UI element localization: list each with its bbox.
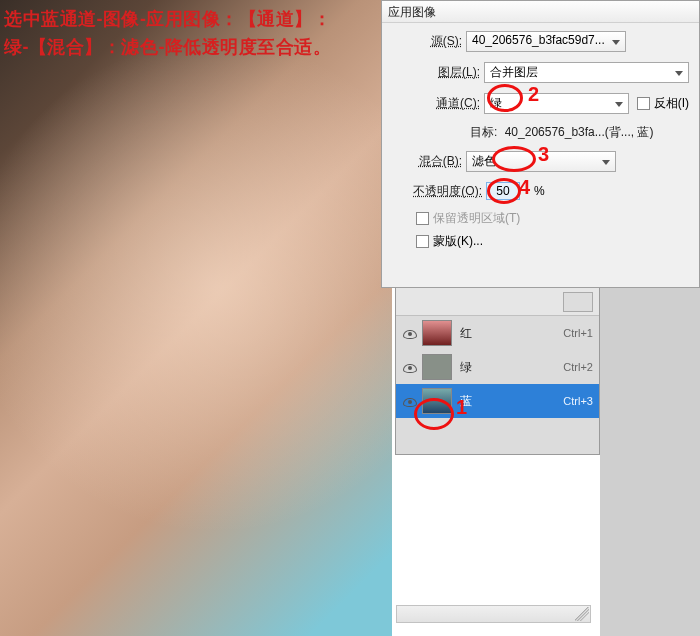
instr-line1: 选中蓝通道-图像-应用图像：【通道】： — [4, 9, 332, 29]
scrollbar-track[interactable] — [396, 605, 591, 623]
channel-row-green[interactable]: 绿 Ctrl+2 — [396, 350, 599, 384]
channel-name: 蓝 — [460, 393, 563, 410]
channel-thumb-red — [422, 320, 452, 346]
channel-label: 通道(C): — [414, 95, 484, 112]
dialog-title: 应用图像 — [382, 1, 699, 23]
visibility-icon[interactable] — [400, 358, 418, 376]
tutorial-instruction: 选中蓝通道-图像-应用图像：【通道】： 绿-【混合】：滤色-降低透明度至合适。 — [4, 6, 332, 62]
layer-value: 合并图层 — [490, 65, 538, 79]
dialog-body: 源(S): 40_206576_b3fac59d7... 图层(L): 合并图层… — [382, 23, 699, 268]
layer-label: 图层(L): — [414, 64, 484, 81]
rgb-mini-thumb — [563, 292, 593, 312]
channels-panel-header — [396, 288, 599, 316]
channel-value: 绿 — [490, 96, 502, 110]
channel-thumb-green — [422, 354, 452, 380]
source-label: 源(S): — [396, 33, 466, 50]
target-value: 40_206576_b3fa...(背..., 蓝) — [505, 125, 654, 139]
channel-shortcut: Ctrl+3 — [563, 395, 593, 407]
visibility-icon[interactable] — [400, 392, 418, 410]
opacity-input[interactable] — [486, 182, 520, 200]
preserve-transparency-checkbox[interactable] — [416, 212, 429, 225]
instr-line2: 绿-【混合】：滤色-降低透明度至合适。 — [4, 37, 332, 57]
screenshot-root: 选中蓝通道-图像-应用图像：【通道】： 绿-【混合】：滤色-降低透明度至合适。 … — [0, 0, 700, 636]
resize-grip-icon[interactable] — [575, 607, 589, 621]
blend-select[interactable]: 滤色 — [466, 151, 616, 172]
source-select[interactable]: 40_206576_b3fac59d7... — [466, 31, 626, 52]
blend-label: 混合(B): — [396, 153, 466, 170]
workspace-white-area — [392, 455, 600, 636]
mask-label: 蒙版(K)... — [433, 233, 483, 250]
channel-shortcut: Ctrl+2 — [563, 361, 593, 373]
channel-select[interactable]: 绿 — [484, 93, 629, 114]
channel-name: 绿 — [460, 359, 563, 376]
preserve-transparency-label: 保留透明区域(T) — [433, 210, 520, 227]
opacity-unit: % — [534, 184, 545, 198]
mask-checkbox[interactable] — [416, 235, 429, 248]
apply-image-dialog: 应用图像 源(S): 40_206576_b3fac59d7... 图层(L):… — [381, 0, 700, 288]
channel-row-blue[interactable]: 蓝 Ctrl+3 — [396, 384, 599, 418]
invert-label: 反相(I) — [654, 95, 689, 112]
channel-row-red[interactable]: 红 Ctrl+1 — [396, 316, 599, 350]
channel-thumb-blue — [422, 388, 452, 414]
opacity-label: 不透明度(O): — [396, 183, 486, 200]
document-image — [0, 0, 392, 636]
channel-shortcut: Ctrl+1 — [563, 327, 593, 339]
layer-select[interactable]: 合并图层 — [484, 62, 689, 83]
source-value: 40_206576_b3fac59d7... — [472, 33, 605, 47]
channel-name: 红 — [460, 325, 563, 342]
invert-checkbox[interactable] — [637, 97, 650, 110]
blend-value: 滤色 — [472, 154, 496, 168]
workspace-gray-area — [600, 287, 700, 636]
target-label: 目标: — [470, 125, 501, 139]
channels-panel: 红 Ctrl+1 绿 Ctrl+2 蓝 Ctrl+3 — [395, 287, 600, 455]
visibility-icon[interactable] — [400, 324, 418, 342]
